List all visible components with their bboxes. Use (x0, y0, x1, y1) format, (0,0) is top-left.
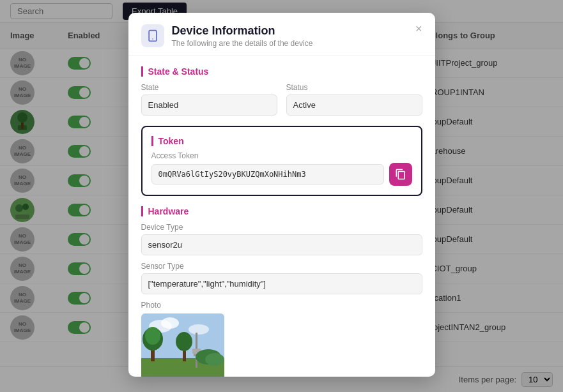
state-label: State (141, 83, 277, 92)
status-value: Active (286, 94, 422, 116)
svg-point-19 (176, 332, 192, 351)
modal-header: Device Information The following are the… (128, 13, 435, 56)
sensor-type-label: Sensor Type (141, 262, 422, 271)
state-status-row: State Enabled Status Active (141, 83, 422, 116)
photo-box (141, 313, 224, 377)
photo-label: Photo (141, 301, 422, 310)
token-title: Token (151, 136, 412, 146)
token-row: 0mQRVa6lGtIyS20vyBKUZQmXoNHihNm3 (151, 163, 412, 186)
copy-icon (395, 169, 406, 180)
modal-body: State & Status State Enabled Status Acti… (128, 66, 435, 377)
svg-rect-8 (149, 31, 157, 41)
token-section: Token Access Token 0mQRVa6lGtIyS20vyBKUZ… (141, 126, 422, 196)
device-icon (141, 24, 164, 47)
device-type-field: Device Type sensor2u (141, 223, 422, 255)
state-status-section: State & Status State Enabled Status Acti… (141, 66, 422, 116)
sensor-type-field: Sensor Type ["temperature","light","humi… (141, 262, 422, 294)
state-status-title: State & Status (141, 66, 422, 77)
sensor-type-value: ["temperature","light","humidity"] (141, 273, 422, 294)
status-field: Status Active (286, 83, 422, 116)
svg-point-17 (145, 327, 160, 345)
state-field: State Enabled (141, 83, 277, 116)
state-value: Enabled (141, 94, 277, 116)
device-type-label: Device Type (141, 223, 422, 232)
photo-field: Photo (141, 301, 422, 377)
svg-point-12 (161, 317, 179, 329)
hardware-title: Hardware (141, 206, 422, 216)
svg-point-24 (205, 353, 224, 366)
hardware-section: Hardware Device Type sensor2u Sensor Typ… (141, 206, 422, 377)
modal-title: Device Information (172, 24, 415, 38)
modal-close-button[interactable]: × (415, 23, 422, 34)
status-label: Status (286, 83, 422, 92)
modal-overlay: Device Information The following are the… (0, 0, 563, 392)
main-container: Export Table Image Enabled Belongs to Gr… (0, 0, 563, 392)
modal-title-group: Device Information The following are the… (172, 24, 415, 48)
copy-token-button[interactable] (389, 163, 412, 186)
modal-subtitle: The following are the details of the dev… (172, 39, 415, 48)
access-token-value: 0mQRVa6lGtIyS20vyBKUZQmXoNHihNm3 (151, 164, 384, 185)
photo-image (141, 313, 224, 377)
device-info-modal: Device Information The following are the… (128, 13, 435, 377)
svg-point-13 (189, 324, 209, 335)
device-type-value: sensor2u (141, 234, 422, 255)
access-token-label: Access Token (151, 151, 412, 160)
